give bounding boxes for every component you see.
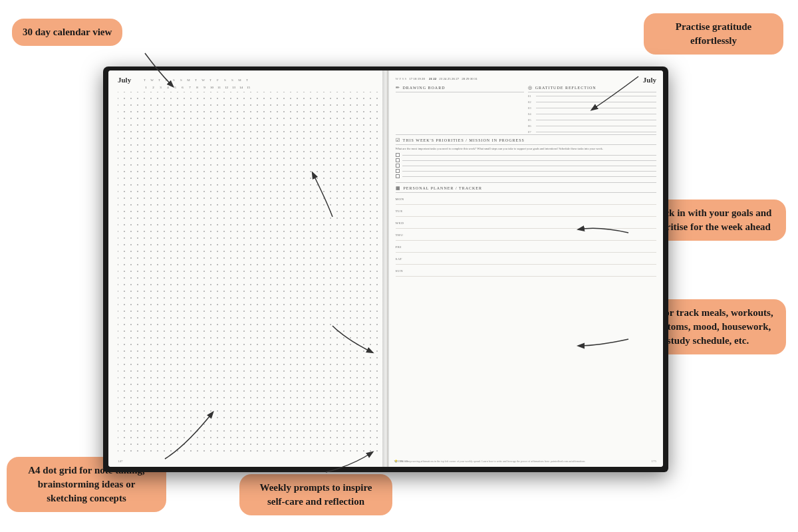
gratitude-lines: 01 02 03 04 [528, 94, 656, 134]
gratitude-section: ◎ GRATITUDE REFLECTION 01 02 [528, 85, 656, 134]
day-s1: S [171, 78, 177, 82]
book-inner: July T W T F S S M T W T F S S M T [108, 70, 663, 467]
day-f1: F [164, 78, 170, 82]
priority-row-1 [396, 153, 657, 157]
day-wed: WED [396, 219, 657, 229]
day-m1: M [186, 78, 192, 82]
priorities-section: ☑ THIS WEEK'S PRIORITIES / MISSION IN PR… [396, 138, 657, 183]
gratitude-item-4: 04 [528, 112, 656, 116]
day-f2: F [215, 78, 221, 82]
right-month: July [643, 76, 656, 84]
day-mon: MON [396, 195, 657, 205]
priority-row-5 [396, 174, 657, 178]
page-right: W F S S 17 18 19 20 21 22 23 24 25 26 27… [388, 70, 664, 467]
gratitude-item-3: 03 [528, 106, 656, 110]
left-cal-nums: 1 2 3 4 5 6 7 8 9 10 11 12 13 14 15 [118, 86, 379, 89]
left-page-num: 147 [118, 460, 123, 463]
checkbox-icon: ☑ [396, 138, 400, 143]
bubble-prompts: Weekly prompts to inspire self-care and … [239, 474, 392, 515]
gratitude-item-2: 02 [528, 100, 656, 104]
gratitude-item-7: 07 [528, 130, 656, 134]
planner-section: ▦ PERSONAL PLANNER / TRACKER MON TUE WED… [396, 186, 657, 277]
drawing-board-section: ✏ DRAWING BOARD [396, 85, 524, 134]
left-month: July [118, 76, 136, 84]
bubble-gratitude: Practise gratitude effortlessly [644, 13, 783, 55]
gratitude-icon: ◎ [528, 85, 533, 90]
planner-icon: ▦ [396, 186, 401, 191]
page-left: July T W T F S S M T W T F S S M T [108, 70, 388, 467]
gratitude-item-6: 06 [528, 124, 656, 128]
day-s2: S [178, 78, 184, 82]
book: July T W T F S S M T W T F S S M T [103, 66, 668, 472]
right-header: W F S S 17 18 19 20 21 22 23 24 25 26 27… [396, 76, 657, 84]
right-cal-mini: W F S S 17 18 19 20 21 22 23 24 25 26 27… [396, 77, 477, 80]
two-col-section: ✏ DRAWING BOARD ◎ GRATITUDE REFLECTION 0… [396, 85, 657, 135]
pencil-icon: ✏ [396, 85, 400, 90]
right-bottom-bar: WEEK 30 175 [394, 460, 657, 463]
dot-grid [118, 92, 379, 454]
day-t5: T [244, 78, 250, 82]
day-fri: FRI [396, 243, 657, 253]
day-t4: T [207, 78, 213, 82]
day-thu: THU [396, 231, 657, 241]
priority-row-3 [396, 164, 657, 168]
left-cal-header: July T W T F S S M T W T F S S M T [118, 76, 379, 84]
priority-row-2 [396, 158, 657, 162]
planner-title: ▦ PERSONAL PLANNER / TRACKER [396, 186, 657, 193]
day-t1: T [142, 78, 148, 82]
day-w1: W [149, 78, 155, 82]
left-cal-days: T W T F S S M T W T F S S M T [142, 78, 250, 82]
day-t3: T [193, 78, 199, 82]
day-s3: S [222, 78, 228, 82]
week-num: WEEK 30 [394, 460, 408, 463]
priorities-text: What are the most important tasks you ne… [396, 147, 657, 151]
day-w2: W [200, 78, 206, 82]
day-tue: TUE [396, 207, 657, 217]
gratitude-title: ◎ GRATITUDE REFLECTION [528, 85, 656, 92]
gratitude-item-1: 01 [528, 94, 656, 98]
priority-row-4 [396, 169, 657, 173]
bubble-calendar: 30 day calendar view [12, 19, 122, 46]
day-sat: SAT [396, 255, 657, 265]
day-sun: SUN [396, 267, 657, 277]
gratitude-item-5: 05 [528, 118, 656, 122]
day-m2: M [237, 78, 243, 82]
right-page-num: 175 [652, 460, 657, 463]
day-s4: S [229, 78, 235, 82]
drawing-board-title: ✏ DRAWING BOARD [396, 85, 524, 92]
day-t2: T [156, 78, 162, 82]
priorities-title: ☑ THIS WEEK'S PRIORITIES / MISSION IN PR… [396, 138, 657, 145]
